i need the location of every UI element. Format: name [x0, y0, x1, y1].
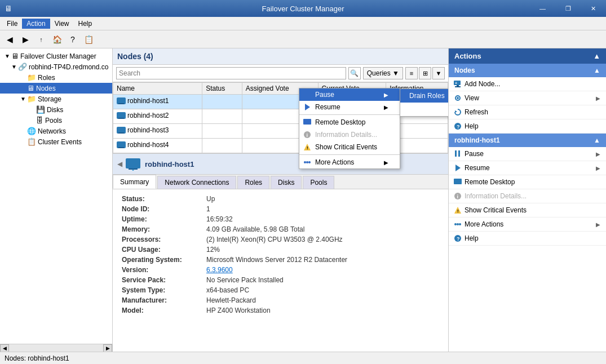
tree-disks[interactable]: 💾 Disks — [0, 104, 112, 115]
tree-roles-arrow[interactable] — [20, 74, 27, 81]
tab-roles[interactable]: Roles — [237, 176, 269, 189]
svg-rect-32 — [458, 150, 460, 157]
tree-nodes[interactable]: 🖥 Nodes — [0, 83, 112, 94]
node-icon — [117, 140, 126, 149]
detail-row-processors: Processors: (2) Intel(R) Xeon(R) CPU W35… — [122, 236, 439, 243]
tree-cluster-arrow[interactable]: ▼ — [11, 64, 18, 70]
hscroll-track[interactable] — [9, 344, 103, 352]
tree-disks-icon: 💾 — [36, 105, 45, 114]
ctx-no-drain-roles[interactable]: Do Not Drain Roles — [400, 103, 448, 116]
tree-cluster[interactable]: ▼ 🔗 robhind-TP4D.redmond.co — [0, 61, 112, 72]
action-remote-desktop[interactable]: Remote Desktop — [449, 175, 606, 189]
nodes-section-collapse[interactable]: ▲ — [594, 66, 600, 74]
pause-icon — [303, 90, 312, 99]
actions-collapse[interactable]: ▲ — [593, 52, 600, 60]
value-model: HP Z400 Workstation — [206, 307, 271, 314]
action-resume[interactable]: Resume ▶ — [449, 161, 606, 175]
forward-button[interactable]: ▶ — [18, 32, 33, 47]
options-button[interactable]: 📋 — [81, 32, 96, 47]
action-refresh[interactable]: Refresh — [449, 105, 606, 119]
value-version[interactable]: 6.3.9600 — [206, 266, 233, 274]
action-add-node[interactable]: + Add Node... — [449, 77, 606, 91]
tab-disks[interactable]: Disks — [271, 176, 302, 189]
action-show-critical[interactable]: ! Show Critical Events — [449, 203, 606, 217]
tree-pools[interactable]: 🗄 Pools — [0, 115, 112, 126]
hscroll-right[interactable]: ▶ — [103, 344, 112, 352]
detail-collapse-arrow[interactable]: ◀ — [117, 160, 122, 168]
view-buttons: ≡ ⊞ ▼ — [405, 67, 445, 79]
col-name[interactable]: Name — [113, 83, 202, 95]
svg-rect-23 — [457, 85, 459, 86]
tree-roles[interactable]: 📁 Roles — [0, 72, 112, 83]
ctx-show-critical[interactable]: ! Show Critical Events — [299, 141, 400, 153]
ctx-pause[interactable]: Pause ▶ Drain Roles Do Not Drain Roles — [299, 88, 400, 101]
cell-name: robhind-host4 — [113, 139, 202, 153]
tree-events-icon: 📋 — [27, 137, 36, 146]
menu-view[interactable]: View — [50, 19, 74, 29]
ctx-remote-desktop[interactable]: Remote Desktop — [299, 116, 400, 128]
tree-networks-arrow — [20, 128, 27, 134]
more-actions-icon — [303, 158, 312, 167]
tree-storage[interactable]: ▼ 📁 Storage — [0, 94, 112, 104]
queries-button[interactable]: Queries ▼ — [363, 67, 403, 79]
search-input[interactable] — [116, 67, 346, 79]
info-icon: i — [303, 130, 312, 139]
tree-root-label: Failover Cluster Manager — [20, 52, 96, 60]
detail-row-cpu: CPU Usage: 12% — [122, 246, 439, 254]
minimize-button[interactable]: — — [530, 0, 555, 17]
node-icon — [117, 126, 126, 135]
tree-roles-label: Roles — [38, 74, 55, 82]
tree-nodes-arrow[interactable] — [20, 85, 27, 91]
action-pause[interactable]: Pause ▶ — [449, 147, 606, 161]
detail-view-button[interactable]: ⊞ — [419, 67, 431, 79]
action-nodes-help[interactable]: ? Help — [449, 119, 606, 134]
critical-action-svg: ! — [454, 206, 462, 214]
menu-action[interactable]: Action — [22, 19, 50, 29]
value-status: Up — [206, 195, 215, 203]
col-status[interactable]: Status — [202, 83, 242, 95]
ctx-more-actions[interactable]: More Actions ▶ — [299, 156, 400, 168]
menu-help[interactable]: Help — [74, 19, 97, 29]
action-view[interactable]: View ▶ — [449, 91, 606, 105]
value-systemtype: x64-based PC — [206, 286, 249, 294]
context-menu: Pause ▶ Drain Roles Do Not Drain Roles — [299, 88, 400, 169]
action-info-label: Information Details... — [465, 192, 527, 200]
hscroll-left[interactable]: ◀ — [0, 344, 9, 352]
tab-network-connections[interactable]: Network Connections — [157, 176, 236, 189]
node-icon — [117, 111, 126, 120]
resume-arrow: ▶ — [596, 165, 600, 171]
action-help[interactable]: ? Help — [449, 232, 606, 246]
cell-name: robhind-host1 — [113, 95, 202, 109]
drain-roles-label: Drain Roles — [409, 92, 445, 100]
up-button[interactable]: ↑ — [34, 32, 48, 47]
more-view-button[interactable]: ▼ — [432, 67, 445, 79]
host1-section-collapse[interactable]: ▲ — [594, 136, 600, 144]
cell-status — [202, 124, 242, 139]
search-button[interactable]: 🔍 — [348, 67, 361, 79]
tree-storage-arrow[interactable]: ▼ — [20, 96, 27, 102]
tree-root[interactable]: ▼ 🖥 Failover Cluster Manager — [0, 51, 112, 61]
tab-pools[interactable]: Pools — [303, 176, 334, 189]
list-view-button[interactable]: ≡ — [405, 67, 418, 79]
menu-file[interactable]: File — [2, 19, 22, 29]
action-more[interactable]: More Actions ▶ — [449, 217, 606, 232]
tree-root-arrow[interactable]: ▼ — [5, 53, 11, 59]
restore-button[interactable]: ❐ — [555, 0, 581, 17]
ctx-resume[interactable]: Resume ▶ — [299, 101, 400, 113]
help-toolbar-button[interactable]: ? — [65, 32, 80, 47]
back-button[interactable]: ◀ — [2, 32, 17, 47]
ctx-drain-roles[interactable]: Drain Roles — [400, 89, 448, 103]
tab-summary[interactable]: Summary — [113, 175, 156, 189]
tree-networks[interactable]: 🌐 Networks — [0, 126, 112, 136]
tree-roles-icon: 📁 — [27, 73, 36, 82]
tree-hscroll[interactable]: ◀ ▶ — [0, 344, 112, 352]
resume-svg — [303, 103, 311, 111]
tree-cluster-events[interactable]: 📋 Cluster Events — [0, 136, 112, 147]
refresh-button[interactable]: 🏠 — [50, 32, 64, 47]
main-layout: ▼ 🖥 Failover Cluster Manager ▼ 🔗 robhind… — [0, 48, 606, 352]
action-more-label: More Actions — [465, 220, 503, 228]
view-svg — [454, 94, 462, 102]
close-button[interactable]: ✕ — [581, 0, 606, 17]
detail-row-version: Version: 6.3.9600 — [122, 266, 439, 274]
label-memory: Memory: — [122, 225, 206, 233]
